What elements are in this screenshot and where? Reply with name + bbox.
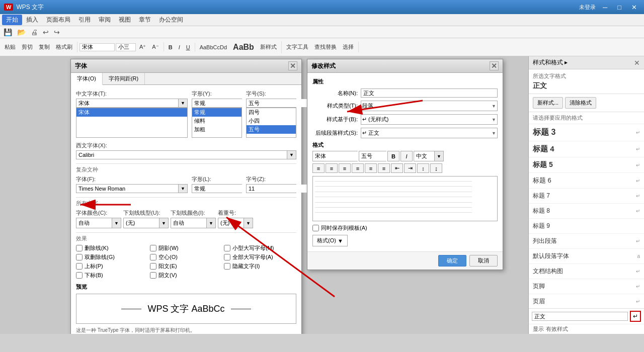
emphasis-select[interactable]: (无) ▼ [218, 218, 253, 228]
line-spacing-btn[interactable]: ↕ [417, 163, 429, 173]
style-item-bold[interactable]: 加粗 [192, 125, 242, 134]
style-item-doc-map[interactable]: 文档结构图 ↵ [529, 264, 644, 279]
emphasis-arrow[interactable]: ▼ [244, 218, 253, 228]
qa-print[interactable]: 🖨 [29, 28, 39, 36]
style-heading-btn[interactable]: AaBb [230, 41, 257, 53]
copy-btn[interactable]: 复制 [36, 42, 52, 52]
align-r2-btn[interactable]: ≡ [378, 163, 390, 173]
underline-style-arrow[interactable]: ▼ [159, 218, 168, 228]
menu-layout[interactable]: 页面布局 [42, 15, 74, 25]
font-name-input[interactable] [79, 43, 115, 51]
sidebar-apply-btn[interactable]: ↵ [630, 311, 641, 322]
italic-btn[interactable]: I [176, 43, 183, 52]
menu-start[interactable]: 开始 [2, 15, 22, 25]
indent-right-btn[interactable]: ⇥ [404, 163, 416, 173]
restore-btn[interactable]: □ [614, 4, 624, 11]
modify-bold-btn[interactable]: B [387, 151, 399, 161]
style-item-normal[interactable]: 常规 [192, 108, 242, 117]
qa-redo[interactable]: ↪ [52, 28, 61, 36]
text-tools-btn[interactable]: 文字工具 [284, 42, 311, 52]
modify-dialog-title[interactable]: 修改样式 ✕ [307, 59, 503, 73]
sidebar-new-style-btn[interactable]: 新样式... [533, 97, 563, 109]
next-style-select[interactable]: ↵ 正文 ▼ [361, 128, 498, 138]
chinese-font-input[interactable] [76, 99, 178, 107]
font-decrease-btn[interactable]: A⁻ [149, 42, 161, 52]
para-spacing-btn[interactable]: ↨ [430, 163, 442, 173]
style-item-h7[interactable]: 标题 7 ↵ [529, 189, 644, 204]
bold-btn[interactable]: B [166, 43, 175, 52]
effect-strikethrough-cb[interactable] [76, 245, 83, 251]
qa-save[interactable]: 💾 [2, 28, 14, 36]
size-item-5[interactable]: 五号 [247, 125, 296, 134]
size-select[interactable]: ▼ [246, 99, 296, 108]
style-item-list-para[interactable]: 列出段落 ↵ [529, 234, 644, 249]
effect-dstrike-cb[interactable] [76, 254, 83, 260]
size-list-box[interactable]: 四号 小四 五号 [246, 108, 296, 138]
style-item-h9[interactable]: 标题 9 [529, 219, 644, 234]
style-item-italic[interactable]: 倾料 [192, 117, 242, 125]
modify-ok-btn[interactable]: 确定 [438, 255, 466, 267]
western-font-arrow[interactable]: ▼ [287, 151, 296, 159]
font-dialog-title[interactable]: 字体 ✕ [71, 59, 301, 73]
format-dropdown-btn[interactable]: 格式(O) ▼ [312, 235, 348, 246]
font-color-select[interactable]: 自动 ▼ [76, 218, 121, 228]
size-item-4[interactable]: 四号 [247, 108, 296, 117]
font-size-input[interactable] [116, 43, 136, 51]
font-dialog-close[interactable]: ✕ [288, 61, 297, 70]
chinese-font-item-selected[interactable]: 宋体 [76, 108, 187, 117]
style-item-h4[interactable]: 标题 4 ↵ [529, 141, 644, 157]
complex-font-select[interactable]: ▼ [76, 184, 188, 193]
style-normal-btn[interactable]: AaBbCcDd [197, 43, 229, 52]
complex-font-arrow[interactable]: ▼ [178, 185, 187, 193]
style-item-h6[interactable]: 标题 6 ↵ [529, 173, 644, 189]
new-style-btn[interactable]: 新样式 [258, 42, 279, 52]
style-item-h8[interactable]: 标题 8 ↵ [529, 204, 644, 219]
close-btn[interactable]: ✕ [628, 4, 640, 11]
format-painter-btn[interactable]: 格式刷 [53, 42, 75, 52]
effect-engrave-cb[interactable] [150, 272, 156, 279]
modify-cancel-btn[interactable]: 取消 [469, 255, 498, 267]
paste-btn[interactable]: 粘贴 [2, 42, 18, 52]
modify-font-select[interactable]: ▼ [312, 151, 358, 161]
modify-italic-btn[interactable]: I [400, 151, 413, 161]
align-center-btn[interactable]: ≡ [326, 163, 338, 173]
chinese-font-list[interactable]: 宋体 [76, 108, 188, 138]
style-type-select[interactable]: 段落 ▼ [361, 101, 498, 111]
based-on-select[interactable]: ↵ (无样式) ▼ [361, 114, 498, 125]
font-tab-spacing[interactable]: 字符间距(R) [103, 73, 145, 84]
effect-emboss-cb[interactable] [150, 263, 156, 270]
menu-chapter[interactable]: 章节 [135, 15, 155, 25]
indent-left-btn[interactable]: ⇤ [391, 163, 403, 173]
align-justify2-btn[interactable]: ≡ [365, 163, 377, 173]
menu-reference[interactable]: 引用 [74, 15, 95, 25]
effect-outline-cb[interactable] [150, 254, 156, 260]
save-template-cb[interactable] [312, 225, 319, 231]
sidebar-style-input[interactable] [532, 312, 628, 321]
select-btn[interactable]: 选择 [340, 42, 356, 52]
style-list-box[interactable]: 常规 倾料 加粗 [192, 108, 242, 138]
western-font-select[interactable]: ▼ [76, 150, 296, 159]
complex-style-select[interactable]: ▼ [192, 184, 242, 193]
qa-undo[interactable]: ↩ [41, 28, 50, 36]
menu-insert[interactable]: 插入 [22, 15, 42, 25]
effect-shadow-cb[interactable] [150, 245, 156, 251]
modify-lang-arrow[interactable]: ▼ [434, 151, 443, 161]
western-font-input[interactable] [76, 151, 287, 159]
qa-open[interactable]: 📂 [16, 28, 27, 36]
effect-hidden-cb[interactable] [224, 263, 230, 270]
effect-allcaps-cb[interactable] [224, 254, 230, 260]
style-item-h5[interactable]: 标题 5 ↵ [529, 157, 644, 173]
complex-size-select[interactable]: ▼ [246, 184, 296, 193]
align-justify-btn[interactable]: ≡ [352, 163, 364, 173]
align-left-btn[interactable]: ≡ [312, 163, 325, 173]
underline-btn[interactable]: U [184, 43, 193, 52]
find-replace-btn[interactable]: 查找替换 [312, 42, 339, 52]
chinese-font-arrow[interactable]: ▼ [178, 99, 187, 107]
style-item-header[interactable]: 页眉 ↵ [529, 294, 644, 308]
minimize-btn[interactable]: ─ [600, 4, 610, 11]
style-select[interactable]: ▼ [192, 99, 242, 108]
effect-super-cb[interactable] [76, 263, 83, 270]
underline-style-select[interactable]: (无) ▼ [123, 218, 169, 228]
font-increase-btn[interactable]: A⁺ [137, 42, 148, 52]
sidebar-close-btn[interactable]: ✕ [634, 59, 640, 67]
